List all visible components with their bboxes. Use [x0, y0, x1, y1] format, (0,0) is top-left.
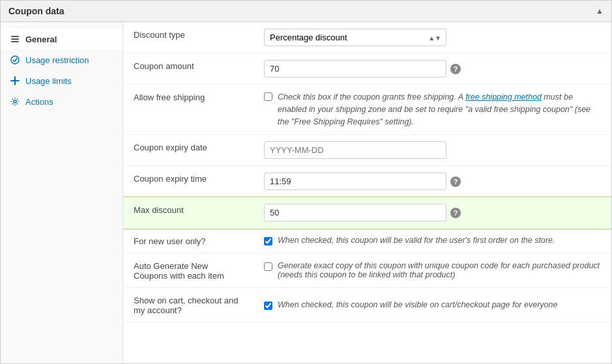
- show-on-cart-wrap: When checked, this coupon will be visibl…: [264, 300, 601, 310]
- show-on-cart-description: When checked, this coupon will be visibl…: [278, 300, 557, 309]
- for-new-user-wrap: When checked, this coupon will be valid …: [264, 236, 601, 245]
- auto-generate-row: Auto Generate New Coupons with each item…: [123, 253, 611, 288]
- discount-type-row: Discount type Percentage discount Fixed …: [123, 22, 611, 53]
- coupon-expiry-time-help-icon[interactable]: ?: [450, 176, 461, 187]
- auto-generate-wrap: Generate exact copy of this coupon with …: [264, 261, 601, 279]
- coupon-expiry-date-input[interactable]: [264, 141, 446, 159]
- coupon-expiry-date-field: [254, 135, 611, 166]
- sidebar-label-actions: Actions: [25, 97, 53, 107]
- sidebar-item-actions[interactable]: Actions: [1, 91, 123, 112]
- circle-check-icon: [10, 55, 20, 65]
- coupon-expiry-time-wrap: ?: [264, 173, 601, 190]
- sidebar-item-general[interactable]: General: [1, 29, 123, 49]
- show-on-cart-checkbox[interactable]: [264, 301, 272, 310]
- coupon-expiry-time-label: Coupon expiry time: [123, 166, 254, 197]
- discount-type-select[interactable]: Percentage discount Fixed cart discount …: [264, 29, 446, 46]
- allow-free-shipping-label: Allow free shipping: [123, 85, 254, 135]
- max-discount-help-icon[interactable]: ?: [450, 208, 461, 218]
- main-content: Discount type Percentage discount Fixed …: [123, 22, 611, 363]
- discount-type-select-wrap: Percentage discount Fixed cart discount …: [264, 29, 446, 46]
- max-discount-wrap: ?: [264, 204, 601, 221]
- svg-rect-1: [11, 38, 19, 40]
- sidebar-label-usage-limits: Usage limits: [25, 76, 72, 86]
- coupon-amount-input[interactable]: [264, 60, 446, 77]
- coupon-data-panel: Coupon data ▲ General: [0, 0, 612, 364]
- free-shipping-method-link[interactable]: free shipping method: [465, 92, 542, 102]
- max-discount-label: Max discount: [123, 197, 254, 229]
- coupon-amount-wrap: ?: [264, 60, 601, 77]
- allow-free-shipping-field: Check this box if the coupon grants free…: [254, 85, 611, 135]
- allow-free-shipping-checkbox[interactable]: [264, 92, 272, 101]
- show-on-cart-row: Show on cart, checkout and my account? W…: [123, 288, 611, 322]
- gear-icon: [10, 96, 20, 107]
- coupon-expiry-date-row: Coupon expiry date: [123, 135, 611, 166]
- svg-rect-0: [11, 36, 19, 37]
- max-discount-row: Max discount ?: [123, 197, 611, 229]
- coupon-expiry-time-row: Coupon expiry time ?: [123, 166, 611, 197]
- sidebar-label-general: General: [25, 35, 57, 44]
- panel-title: Coupon data: [8, 6, 65, 16]
- form-table: Discount type Percentage discount Fixed …: [123, 22, 611, 322]
- coupon-amount-row: Coupon amount ?: [123, 53, 611, 85]
- allow-free-shipping-text: Check this box if the coupon grants free…: [278, 91, 601, 128]
- coupon-amount-label: Coupon amount: [123, 53, 254, 85]
- for-new-user-checkbox[interactable]: [264, 237, 272, 245]
- for-new-user-row: For new user only? When checked, this co…: [123, 229, 611, 253]
- coupon-expiry-time-input[interactable]: [264, 173, 446, 190]
- svg-rect-2: [11, 41, 19, 42]
- auto-generate-label: Auto Generate New Coupons with each item: [123, 253, 254, 288]
- svg-point-6: [14, 100, 16, 103]
- coupon-expiry-date-label: Coupon expiry date: [123, 135, 254, 166]
- discount-type-label: Discount type: [123, 22, 254, 53]
- show-on-cart-field: When checked, this coupon will be visibl…: [254, 288, 611, 322]
- for-new-user-description: When checked, this coupon will be valid …: [278, 236, 555, 245]
- coupon-expiry-time-field: ?: [254, 166, 611, 197]
- allow-free-shipping-row: Allow free shipping Check this box if th…: [123, 85, 611, 135]
- allow-free-shipping-wrap: Check this box if the coupon grants free…: [264, 91, 601, 128]
- show-on-cart-label: Show on cart, checkout and my account?: [123, 288, 254, 322]
- max-discount-field: ?: [254, 197, 611, 229]
- sidebar-item-usage-restriction[interactable]: Usage restriction: [1, 49, 123, 70]
- plus-icon: [10, 76, 20, 86]
- panel-collapse-arrow[interactable]: ▲: [596, 7, 604, 16]
- discount-type-field: Percentage discount Fixed cart discount …: [254, 22, 611, 53]
- auto-generate-field: Generate exact copy of this coupon with …: [254, 253, 611, 288]
- sidebar: General Usage restriction: [1, 22, 123, 363]
- auto-generate-checkbox[interactable]: [264, 262, 272, 271]
- auto-generate-description: Generate exact copy of this coupon with …: [278, 261, 601, 279]
- for-new-user-field: When checked, this coupon will be valid …: [254, 229, 611, 253]
- for-new-user-label: For new user only?: [123, 229, 254, 253]
- coupon-amount-field: ?: [254, 53, 611, 85]
- panel-header: Coupon data ▲: [1, 1, 611, 22]
- list-icon: [10, 34, 20, 44]
- svg-point-3: [11, 56, 19, 64]
- sidebar-item-usage-limits[interactable]: Usage limits: [1, 70, 123, 91]
- coupon-amount-help-icon[interactable]: ?: [450, 64, 461, 74]
- sidebar-label-usage-restriction: Usage restriction: [25, 55, 89, 65]
- panel-body: General Usage restriction: [1, 22, 611, 363]
- max-discount-input[interactable]: [264, 204, 446, 221]
